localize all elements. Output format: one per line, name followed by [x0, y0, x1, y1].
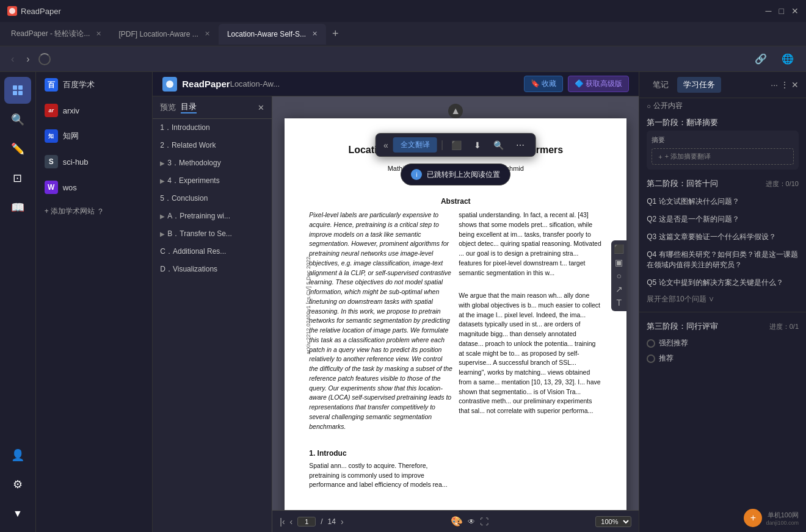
question-q2[interactable]: Q2 这是否是一个新的问题？ [639, 210, 806, 228]
radio-strong[interactable] [647, 339, 655, 348]
academic-site-scihub[interactable]: S sci-hub [36, 149, 153, 174]
scroll-up-button[interactable]: ▲ [448, 104, 463, 118]
right-panel-header: 笔记 学习任务 ··· ⋮ ✕ [639, 72, 806, 98]
add-site-button[interactable]: + 添加学术网站 ? [36, 200, 153, 223]
academic-site-arxiv[interactable]: ar arxiv [36, 98, 153, 123]
toc-item-methodology[interactable]: ▶ 3．Methodology [153, 154, 272, 172]
tab-close-icon[interactable]: ✕ [312, 30, 318, 38]
premium-button[interactable]: 🔷 获取高级版 [568, 76, 629, 92]
tab-close-icon[interactable]: ✕ [96, 30, 101, 38]
total-pages: 14 [328, 517, 336, 526]
add-summary-button[interactable]: + + 添加摘要翻译 [652, 148, 794, 165]
toc-toc-tab[interactable]: 目录 [181, 101, 197, 113]
panel-menu-button[interactable]: ⋮ [780, 80, 789, 90]
phase1-section: 第一阶段：翻译摘要 摘要 + + 添加摘要翻译 [639, 112, 806, 172]
back-button[interactable]: ‹ [7, 51, 18, 67]
public-content-label: 公开内容 [653, 101, 683, 111]
toc-item-conclusion[interactable]: 5．Conclusion [153, 190, 272, 207]
phase2-title: 第二阶段：回答十问 [647, 178, 718, 189]
search-icon: 🔍 [11, 113, 24, 126]
more-options-button[interactable]: ··· [771, 80, 778, 90]
sidebar-item-search[interactable]: 🔍 [4, 106, 31, 133]
next-page-button[interactable]: › [341, 517, 344, 527]
help-icon: ? [98, 207, 103, 216]
toc-item-relatedwork[interactable]: 2．Related Work [153, 137, 272, 154]
radio-recommend[interactable] [647, 354, 655, 363]
scihub-icon: S [45, 155, 58, 168]
pdf-viewer-container: ReadPaper Location-Aw... 🔖 收藏 🔷 获取高级版 预览… [153, 72, 639, 532]
new-tab-button[interactable]: + [326, 25, 345, 43]
toc-preview-tab[interactable]: 预览 [160, 102, 176, 113]
toc-close-button[interactable]: ✕ [258, 103, 264, 112]
tab-close-icon[interactable]: ✕ [205, 30, 210, 38]
sidebar-item-user[interactable]: 👤 [4, 442, 31, 469]
tab-pdf-location[interactable]: [PDF] Location-Aware ... ✕ [110, 24, 219, 45]
minimize-button[interactable]: ─ [766, 6, 772, 16]
phase2-section: 第二阶段：回答十问 进度：0/10 Q1 论文试图解决什么问题？ Q2 这是否是… [639, 172, 806, 309]
pdf-tool-text[interactable]: T [614, 298, 624, 307]
more-options-button[interactable]: ⋯ [512, 139, 528, 151]
divider [639, 312, 806, 312]
page-number-input[interactable] [297, 517, 316, 527]
panel-close-button[interactable]: ✕ [791, 80, 799, 90]
sidebar-bottom: 👤 ⚙ ▼ [4, 442, 31, 527]
toc-item-appendixd[interactable]: D．Visualizations [153, 261, 272, 278]
floating-toolbar: « 全文翻译 ⬛ ⬇ 🔍 ⋯ [376, 133, 536, 157]
tab-tasks[interactable]: 学习任务 [677, 77, 721, 93]
tab-label: ReadPaper - 轻松读论... [11, 29, 90, 39]
intro-body: Spatial ann... costly to acquire. Theref… [309, 461, 452, 490]
academic-site-zhiwang[interactable]: 知 知网 [36, 123, 153, 149]
sidebar-item-edit[interactable]: ✏️ [4, 135, 31, 162]
pdf-tool-select[interactable]: ▣ [614, 257, 624, 267]
academic-site-wos[interactable]: W wos [36, 174, 153, 200]
forward-button[interactable]: › [23, 51, 33, 67]
search-button[interactable]: 🔍 [490, 139, 507, 151]
question-q3[interactable]: Q3 这篇文章要验证一个什么科学假设？ [639, 228, 806, 246]
phase3-progress: 进度：0/1 [769, 322, 799, 331]
sidebar-item-book[interactable]: 📖 [4, 194, 31, 221]
jump-notification: i 已跳转到上次阅读位置 [401, 164, 510, 185]
main-layout: 🔍 ✏️ ⊡ 📖 👤 ⚙ ▼ 百 百度学术 ar [0, 72, 806, 532]
sidebar-item-chevron[interactable]: ▼ [4, 500, 31, 527]
review-strong-recommend[interactable]: 强烈推荐 [639, 336, 806, 351]
pdf-tool-arrow[interactable]: ↗ [614, 284, 624, 294]
download-button[interactable]: ⬇ [470, 139, 485, 151]
fullscreen-button[interactable]: ⛶ [480, 517, 488, 527]
pdf-scroll-area[interactable]: ▲ arXiv:2212.02400v1 [cs.CV] 5 Dec 2022 … [272, 96, 639, 510]
academic-site-baidu[interactable]: 百 百度学术 [36, 72, 153, 98]
collect-button[interactable]: 🔖 收藏 [524, 76, 563, 92]
tab-readpaper[interactable]: ReadPaper - 轻松读论... ✕ [2, 24, 110, 45]
tab-location-self[interactable]: Location-Aware Self-S... ✕ [219, 24, 326, 45]
pdf-tool-crop[interactable]: ⬛ [614, 244, 624, 254]
link-icon[interactable]: 🔗 [750, 51, 772, 67]
zoom-select[interactable]: 100% 75% 125% 150% [595, 516, 631, 527]
add-site-label: + 添加学术网站 [45, 206, 95, 217]
collapse-toolbar-button[interactable]: « [383, 140, 388, 150]
tab-notes[interactable]: 笔记 [647, 77, 675, 93]
expand-icon: ▶ [160, 160, 165, 167]
question-q1[interactable]: Q1 论文试图解决什么问题？ [639, 193, 806, 210]
tab-label: Location-Aware Self-S... [227, 30, 306, 38]
prev-page-button[interactable]: ‹ [290, 517, 293, 527]
paper-title-header: Location-Aw... [230, 79, 280, 88]
question-q4[interactable]: Q4 有哪些相关研究？如何归类？谁是这一课题在领域内值得关注的研究员？ [639, 246, 806, 274]
toc-item-appendixa[interactable]: ▶ A．Pretraining wi... [153, 207, 272, 225]
first-page-button[interactable]: |‹ [280, 517, 285, 527]
pdf-tool-circle[interactable]: ○ [614, 271, 624, 281]
toc-item-introduction[interactable]: 1．Introduction [153, 119, 272, 137]
toc-item-appendixb[interactable]: ▶ B．Transfer to Se... [153, 225, 272, 243]
translate-button[interactable]: 全文翻译 [393, 137, 437, 153]
expand-questions-button[interactable]: 展开全部10个问题 ∨ [639, 292, 806, 307]
review-recommend[interactable]: 推荐 [639, 351, 806, 366]
sidebar-item-home[interactable] [4, 77, 31, 104]
sidebar-item-grid[interactable]: ⊡ [4, 165, 31, 192]
strong-recommend-label: 强烈推荐 [659, 338, 688, 348]
close-button[interactable]: ✕ [791, 6, 799, 16]
globe-icon[interactable]: 🌐 [777, 51, 799, 67]
toc-item-appendixc[interactable]: C．Additional Res... [153, 243, 272, 261]
toc-item-experiments[interactable]: ▶ 4．Experiments [153, 172, 272, 190]
maximize-button[interactable]: □ [779, 6, 784, 16]
sidebar-item-settings[interactable]: ⚙ [4, 471, 31, 498]
screenshot-button[interactable]: ⬛ [448, 139, 465, 151]
question-q5[interactable]: Q5 论文中提到的解决方案之关键是什么？ [639, 274, 806, 292]
